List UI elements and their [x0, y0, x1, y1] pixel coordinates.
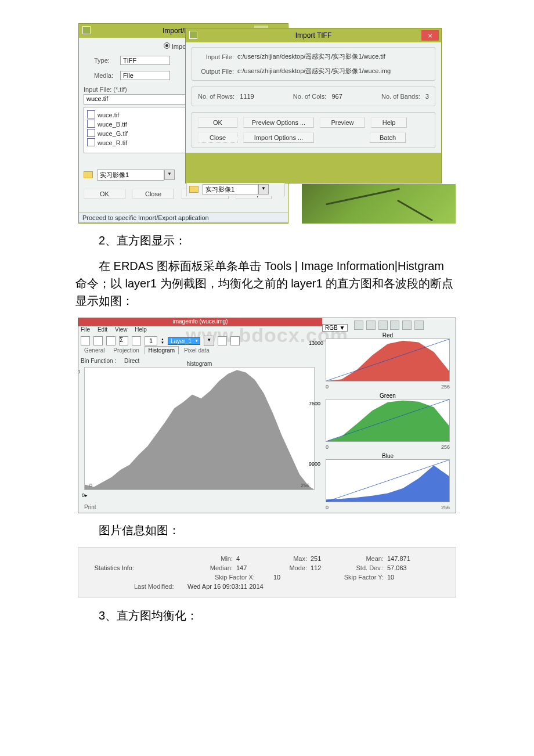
- statistics-info-label: Statistics Info:: [84, 554, 136, 582]
- import-radio[interactable]: [164, 42, 170, 49]
- tabs: General Projection Histogram Pixel data: [81, 347, 213, 354]
- main-histogram-chart: histogram 9900 0 256: [84, 367, 315, 490]
- sigma-icon[interactable]: Σ: [119, 336, 128, 345]
- help-button[interactable]: Help: [371, 117, 407, 128]
- axis-0: 0: [326, 384, 329, 390]
- tool-icon[interactable]: [230, 336, 240, 345]
- folder-icon: [84, 171, 93, 178]
- file-item-label: wuce_G.tif: [98, 130, 128, 137]
- menu-edit[interactable]: Edit: [98, 326, 107, 333]
- reset-icon[interactable]: [402, 321, 412, 330]
- import-tiff-window: Import TIFF × Input File: c:/users/zhiji…: [185, 28, 442, 183]
- apply-icon[interactable]: [414, 321, 424, 330]
- print-button[interactable]: Print: [84, 504, 96, 510]
- file-icon: [87, 120, 95, 128]
- file-icon: [87, 110, 95, 118]
- rgb-combo[interactable]: RGB ▼: [322, 324, 348, 332]
- doc-paragraph-3: 图片信息如图：: [75, 521, 459, 539]
- rows-value: 1119: [240, 93, 254, 100]
- folder-icon: [189, 186, 199, 193]
- hist-title-bar: imageinfo (wuce.img): [78, 318, 322, 326]
- file-item-label: wuce_R.tif: [98, 139, 127, 146]
- type-label: Type:: [94, 57, 118, 64]
- green-bars-icon: [326, 399, 449, 441]
- std-label: Std. Dev.:: [329, 563, 387, 573]
- axis-0: 0: [326, 505, 329, 510]
- app-icon: [189, 31, 197, 39]
- import-options-button[interactable]: Import Options ...: [243, 132, 314, 143]
- statistics-info-screenshot: Statistics Info: Min:4 Max:251 Mean:147.…: [78, 547, 456, 597]
- menu-bar[interactable]: File Edit View Help: [81, 326, 153, 333]
- chevron-down-icon[interactable]: ▼: [258, 184, 269, 195]
- menu-view[interactable]: View: [115, 326, 128, 333]
- histogram-screenshot: www.bdocx.com imageinfo (wuce.img) File …: [78, 318, 456, 513]
- lut-icon[interactable]: [378, 321, 388, 330]
- folder-combo[interactable]: 实习影像1: [97, 170, 164, 181]
- close-button[interactable]: Close: [198, 132, 237, 143]
- tab-pixeldata[interactable]: Pixel data: [181, 347, 213, 354]
- preview-options-button[interactable]: Preview Options ...: [243, 117, 314, 128]
- doc-paragraph-4: 3、直方图均衡化：: [75, 607, 459, 624]
- print-icon[interactable]: [106, 336, 116, 345]
- output-file-label: Output File:: [198, 68, 234, 75]
- close-button[interactable]: Close: [132, 189, 174, 199]
- mean-value: 147.871: [387, 554, 415, 563]
- doc-paragraph-1: 2、直方图显示：: [75, 232, 459, 249]
- red-max: 13000: [309, 340, 323, 346]
- main-hist-x0: 0: [89, 483, 92, 488]
- layer-down-icon[interactable]: ▼: [161, 341, 164, 344]
- ok-button[interactable]: OK: [84, 189, 125, 199]
- output-file-value: c:/users/zhijian/desktop/遥感实习/实习影像1/wuce…: [237, 67, 391, 75]
- preview-button[interactable]: Preview: [320, 117, 365, 128]
- open-icon[interactable]: [81, 336, 90, 345]
- type-field[interactable]: TIFF: [120, 56, 170, 65]
- reset-icon[interactable]: [390, 321, 399, 330]
- tab-histogram[interactable]: Histogram: [145, 346, 179, 354]
- folder-combo-2-wrap: 实习影像1▼: [186, 183, 285, 196]
- close-icon[interactable]: ×: [421, 30, 439, 41]
- chevron-down-icon[interactable]: ▼: [204, 336, 214, 346]
- input-file-label: Input File:: [198, 53, 234, 60]
- median-value: 147: [236, 563, 258, 573]
- histo-icon[interactable]: [132, 336, 141, 345]
- bands-label: No. of Bands:: [381, 93, 420, 100]
- green-title: Green: [326, 393, 449, 399]
- main-hist-x1: 256: [301, 483, 309, 488]
- folder-combo-2[interactable]: 实习影像1: [203, 184, 258, 195]
- new-icon[interactable]: [93, 336, 103, 345]
- rgb-histogram-panel: RGB ▼ Red 13000 0256 Green 7600: [322, 321, 453, 510]
- tool-icon[interactable]: [218, 336, 227, 345]
- doc-paragraph-2: 在 ERDAS 图标面板采单条单击 Tools | Image Informat…: [75, 257, 459, 309]
- lastmod-label: Last Modified:: [134, 583, 187, 590]
- std-value: 57.063: [387, 563, 415, 573]
- file-icon: [87, 129, 95, 137]
- main-hist-ymax: 9900: [78, 369, 80, 375]
- skipy-value: 10: [387, 573, 415, 582]
- file-icon: [87, 138, 95, 146]
- import-tiff-title: Import TIFF: [295, 31, 331, 39]
- chevron-down-icon[interactable]: ▼: [164, 170, 175, 180]
- menu-help[interactable]: Help: [135, 326, 147, 333]
- layer-number[interactable]: 1: [145, 336, 157, 345]
- ok-button[interactable]: OK: [198, 117, 237, 128]
- rgb-toolbar: [353, 321, 424, 331]
- green-histogram-chart: Green 7600: [326, 399, 450, 442]
- menu-file[interactable]: File: [81, 326, 90, 333]
- median-label: Median:: [183, 563, 236, 573]
- tab-projection[interactable]: Projection: [110, 347, 142, 354]
- tab-general[interactable]: General: [81, 347, 109, 354]
- pointer-icon[interactable]: [354, 321, 363, 330]
- batch-button[interactable]: Batch: [370, 132, 406, 143]
- green-max: 7600: [309, 401, 320, 406]
- red-title: Red: [326, 332, 449, 339]
- zoom-icon[interactable]: [366, 321, 376, 330]
- layer-combo[interactable]: Layer_1: [168, 337, 200, 345]
- desktop-wallpaper: [302, 184, 456, 224]
- media-field[interactable]: File: [120, 71, 170, 80]
- file-item-label: wuce_B.tif: [98, 121, 127, 128]
- import-tiff-titlebar[interactable]: Import TIFF ×: [186, 28, 441, 42]
- min-label: Min:: [183, 554, 236, 563]
- media-label: Media:: [94, 72, 118, 79]
- rows-label: No. of Rows:: [198, 93, 234, 100]
- mode-label: Mode:: [258, 563, 311, 573]
